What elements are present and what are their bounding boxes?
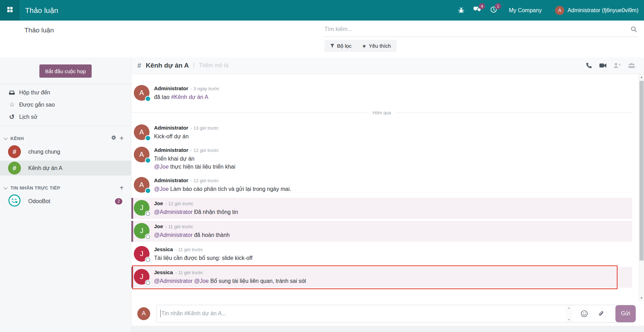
message-author[interactable]: Jessica bbox=[154, 246, 173, 252]
composer-avatar: A bbox=[137, 307, 150, 320]
mention-link[interactable]: @Joe bbox=[194, 278, 209, 284]
add-direct-message-button[interactable]: + bbox=[120, 184, 124, 191]
status-online-indicator bbox=[146, 158, 150, 163]
message-timestamp: - 11 giờ trước bbox=[175, 247, 203, 252]
channel-title[interactable]: Kênh dự án A bbox=[146, 62, 189, 69]
message-avatar[interactable]: A bbox=[134, 85, 150, 101]
sidebar-item-starred[interactable]: ☆ Được gắn sao bbox=[0, 99, 131, 111]
channels-section-header[interactable]: KÊNH + bbox=[0, 134, 131, 143]
channel-avatar-hash-icon: # bbox=[8, 162, 21, 175]
status-offline-indicator bbox=[146, 280, 150, 285]
debug-bug-icon[interactable] bbox=[458, 7, 465, 14]
message-input[interactable]: Tin nhắn #Kênh dự án A... bbox=[161, 310, 566, 317]
message-avatar[interactable]: J bbox=[134, 246, 150, 262]
search-icon[interactable] bbox=[630, 26, 637, 33]
channel-settings-gear-icon[interactable] bbox=[111, 135, 116, 142]
messages-menu-button[interactable]: 4 bbox=[473, 6, 481, 15]
message-text: Triển khai dự án bbox=[154, 155, 235, 163]
bottom-strip bbox=[131, 326, 644, 332]
message-text: @Administrator đã hoàn thành bbox=[154, 231, 230, 239]
divider bbox=[0, 126, 131, 126]
message: AAdministrator- 3 ngày trướcđã tạo #Kênh… bbox=[131, 83, 632, 104]
message-author[interactable]: Administrator bbox=[154, 177, 188, 183]
message-avatar[interactable]: J bbox=[134, 200, 150, 216]
members-icon[interactable] bbox=[628, 62, 636, 69]
scroll-up-arrow-icon[interactable]: ▲ bbox=[639, 76, 644, 79]
mention-link[interactable]: @Administrator bbox=[154, 232, 193, 238]
star-icon: ★ bbox=[362, 43, 367, 49]
mention-link[interactable]: @Administrator bbox=[154, 278, 193, 284]
message-author[interactable]: Administrator bbox=[154, 85, 188, 91]
message-author[interactable]: Administrator bbox=[154, 125, 188, 131]
dm-item-odoobot[interactable]: OdooBot 2 bbox=[0, 194, 131, 209]
sidebar-item-inbox[interactable]: Hộp thư đến bbox=[0, 86, 131, 99]
start-meeting-button[interactable]: Bắt đầu cuộc họp bbox=[39, 64, 92, 78]
messages-badge: 4 bbox=[479, 3, 485, 9]
top-navbar: Thảo luận 4 1 My Company A Administrator bbox=[0, 0, 644, 21]
add-user-icon[interactable] bbox=[613, 62, 621, 69]
video-camera-icon[interactable] bbox=[599, 62, 607, 69]
message-author[interactable]: Jessica bbox=[154, 269, 173, 275]
channel-description-placeholder[interactable]: Thêm mô tả bbox=[199, 62, 228, 69]
message-text: Kick-off dự án bbox=[154, 132, 219, 140]
scroll-up-arrow-icon[interactable]: ▲ bbox=[568, 307, 570, 309]
channel-name: chung chung bbox=[28, 149, 60, 155]
status-offline-indicator bbox=[146, 257, 150, 262]
scrollbar-thumb[interactable] bbox=[639, 81, 644, 261]
message-avatar[interactable]: A bbox=[134, 177, 150, 193]
activities-menu-button[interactable]: 1 bbox=[490, 6, 497, 15]
message-author[interactable]: Joe bbox=[154, 200, 163, 206]
scroll-down-arrow-icon[interactable]: ▼ bbox=[568, 318, 570, 321]
message-timestamp: - 11 giờ trước bbox=[166, 224, 193, 229]
sidebar-item-history[interactable]: ↺ Lịch sử bbox=[0, 111, 131, 123]
phone-call-icon[interactable] bbox=[585, 62, 592, 69]
sidebar-item-label: Hộp thư đến bbox=[19, 90, 50, 96]
message-author[interactable]: Joe bbox=[154, 223, 163, 229]
mention-link[interactable]: #Kênh dự án A bbox=[171, 94, 208, 100]
message: JJoe- 12 giờ trước@Administrator Đã nhận… bbox=[131, 198, 632, 219]
user-name: Administrator (fj6nyue0vi9m) bbox=[567, 7, 638, 14]
user-menu[interactable]: A Administrator (fj6nyue0vi9m) bbox=[555, 6, 638, 15]
send-button[interactable]: Gửi bbox=[615, 305, 636, 322]
add-channel-button[interactable]: + bbox=[120, 135, 124, 142]
breadcrumb[interactable]: Thảo luận bbox=[24, 26, 54, 34]
channel-name: Kênh dự án A bbox=[28, 165, 62, 171]
message-list: AAdministrator- 3 ngày trướcđã tạo #Kênh… bbox=[131, 74, 644, 301]
search-input[interactable] bbox=[324, 26, 630, 32]
channel-item-kenh-du-an-a[interactable]: # Kênh dự án A bbox=[0, 161, 131, 176]
message-avatar[interactable]: J bbox=[134, 269, 150, 285]
message: JJessica- 11 giờ trướcTài liệu cần được … bbox=[131, 244, 632, 265]
mention-link[interactable]: @Administrator bbox=[154, 209, 193, 215]
message-avatar[interactable]: A bbox=[134, 147, 150, 162]
scrollbar[interactable]: ▲ ▼ bbox=[639, 74, 644, 301]
message: JJoe- 11 giờ trước@Administrator đã hoàn… bbox=[131, 221, 632, 242]
message-avatar[interactable]: A bbox=[134, 124, 150, 140]
filters-label: Bộ lọc bbox=[337, 43, 352, 49]
activities-badge: 1 bbox=[495, 3, 501, 9]
emoji-icon[interactable] bbox=[580, 310, 588, 318]
status-online-indicator bbox=[146, 136, 150, 140]
input-scrollbar[interactable]: ▲ ▼ bbox=[566, 305, 572, 322]
paperclip-icon[interactable] bbox=[598, 310, 605, 317]
apps-menu-button[interactable] bbox=[0, 0, 20, 21]
message-composer: A Tin nhắn #Kênh dự án A... ▲ ▼ Gửi bbox=[131, 301, 644, 326]
direct-messages-section-header[interactable]: TIN NHẮN TRỰC TIẾP + bbox=[0, 183, 131, 192]
mention-link[interactable]: @Joe bbox=[154, 186, 169, 192]
channels-section-title: KÊNH bbox=[10, 136, 24, 141]
message: AAdministrator- 12 giờ trước@Joe Làm báo… bbox=[131, 175, 632, 196]
message-timestamp: - 12 giờ trước bbox=[191, 178, 219, 183]
message-timestamp: - 12 giờ trước bbox=[191, 148, 219, 153]
channel-item-chung-chung[interactable]: # chung chung bbox=[0, 144, 131, 159]
company-switcher[interactable]: My Company bbox=[509, 7, 542, 14]
message-avatar[interactable]: J bbox=[134, 223, 150, 239]
mention-link[interactable]: @Joe bbox=[154, 164, 169, 170]
scroll-down-arrow-icon[interactable]: ▼ bbox=[639, 296, 644, 300]
filter-bar: Bộ lọc ★ Yêu thích bbox=[324, 40, 397, 52]
message-text: @Joe Làm báo cáo phân tích và gửi lại tr… bbox=[154, 185, 291, 193]
message-author[interactable]: Administrator bbox=[154, 147, 188, 153]
user-avatar: A bbox=[555, 6, 564, 15]
favorites-button[interactable]: ★ Yêu thích bbox=[362, 43, 391, 49]
filters-button[interactable]: Bộ lọc bbox=[330, 43, 352, 49]
status-offline-indicator bbox=[146, 211, 150, 216]
message: AAdministrator- 13 giờ trướcKick-off dự … bbox=[131, 122, 632, 143]
